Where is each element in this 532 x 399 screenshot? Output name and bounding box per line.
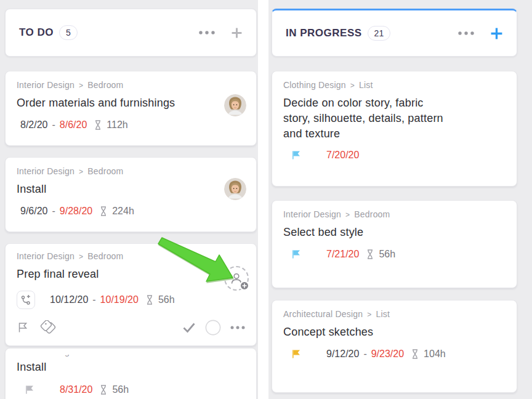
breadcrumb-separator: > <box>79 252 83 261</box>
dependency-icon[interactable] <box>17 291 35 309</box>
breadcrumb-separator: > <box>350 81 355 90</box>
breadcrumb-separator: > <box>79 167 83 176</box>
ellipsis-icon <box>230 326 245 329</box>
task-card[interactable]: Interior Design>Bedroom Order materials … <box>5 71 257 146</box>
task-meta: 7/20/20 <box>283 150 506 161</box>
breadcrumb: Interior Design>Bedroom <box>17 166 245 176</box>
breadcrumb: Clothing Design>List <box>283 80 506 90</box>
effort-label: 56h <box>158 294 175 305</box>
status-circle-button[interactable] <box>205 320 221 336</box>
date-separator: - <box>52 206 55 217</box>
column-title: TO DO <box>19 26 54 39</box>
flag-outline-icon <box>17 321 29 334</box>
breadcrumb-folder: Bedroom <box>87 166 123 176</box>
breadcrumb-separator: > <box>79 81 83 90</box>
column-todo: TO DO 5 Interior Design>Bedroom Order ma… <box>0 0 258 399</box>
kanban-board: TO DO 5 Interior Design>Bedroom Order ma… <box>0 0 532 399</box>
due-date: 9/28/20 <box>60 206 92 217</box>
tag-button[interactable] <box>40 320 57 335</box>
effort-label: 56h <box>112 384 129 395</box>
breadcrumb-clipped: Interior Design>Bedroom <box>17 355 245 358</box>
flag-icon-blue <box>291 150 302 161</box>
ellipsis-icon <box>458 31 474 35</box>
due-date: 7/20/20 <box>326 150 359 161</box>
date-separator: - <box>363 349 366 360</box>
task-count-badge: 21 <box>368 26 391 41</box>
column-menu-button[interactable] <box>458 31 474 35</box>
task-title: Concept sketches <box>283 324 506 340</box>
hourglass-icon <box>409 348 421 360</box>
column-header-todo: TO DO 5 <box>5 9 257 57</box>
task-card[interactable]: Interior Design>Bedroom Prep final revea… <box>5 243 257 346</box>
card-menu-button[interactable] <box>230 326 245 329</box>
task-meta: 10/12/20 - 10/19/20 56h <box>17 291 245 309</box>
hourglass-icon <box>92 119 103 131</box>
breadcrumb: Interior Design>Bedroom <box>17 251 245 261</box>
breadcrumb-separator: > <box>79 355 83 357</box>
breadcrumb-folder: Bedroom <box>87 251 123 261</box>
task-title: Select bed style <box>283 225 506 240</box>
hourglass-icon <box>98 205 109 217</box>
add-assignee-button[interactable] <box>224 266 249 291</box>
effort-label: 112h <box>107 119 127 131</box>
task-count-badge: 5 <box>59 25 78 40</box>
hourglass-icon <box>98 384 109 396</box>
flag-icon-gray <box>24 384 35 395</box>
breadcrumb-project: Clothing Design <box>283 80 346 90</box>
breadcrumb-separator: > <box>345 211 350 219</box>
date-separator: - <box>92 294 95 305</box>
breadcrumb-folder: Bedroom <box>87 355 123 357</box>
hourglass-icon <box>365 248 376 260</box>
effort-label: 224h <box>112 206 134 217</box>
circle-icon <box>205 320 221 336</box>
task-meta: 8/31/20 56h <box>17 384 245 396</box>
column-title: IN PROGRESS <box>286 27 362 39</box>
start-date: 8/2/20 <box>20 119 47 131</box>
task-title: Install <box>17 182 245 197</box>
effort-label: 104h <box>424 349 446 360</box>
breadcrumb-folder: List <box>359 80 373 90</box>
breadcrumb-folder: List <box>376 309 390 319</box>
avatar[interactable] <box>224 178 246 200</box>
task-title: Order materials and furnishings <box>17 95 245 111</box>
due-date: 8/6/20 <box>60 119 87 131</box>
task-title: Prep final reveal <box>17 267 245 282</box>
breadcrumb-folder: Bedroom <box>87 80 123 90</box>
due-date: 7/21/20 <box>326 249 359 260</box>
task-meta: 7/21/20 56h <box>283 248 506 260</box>
task-card[interactable]: Interior Design>Bedroom Select bed style… <box>272 200 517 288</box>
plus-icon <box>231 27 243 39</box>
complete-button[interactable] <box>182 322 196 333</box>
flag-button[interactable] <box>17 321 29 334</box>
plus-badge-icon <box>240 281 249 291</box>
task-card[interactable]: Architectural Design>List Concept sketch… <box>272 300 517 393</box>
column-menu-button[interactable] <box>199 31 215 34</box>
add-task-button[interactable] <box>490 27 503 40</box>
tags-icon <box>40 320 57 335</box>
breadcrumb-project: Interior Design <box>17 80 75 90</box>
task-card[interactable]: Clothing Design>List Decide on color sto… <box>272 71 517 187</box>
flag-icon-yellow <box>291 349 302 360</box>
breadcrumb-project: Interior Design <box>17 166 75 176</box>
breadcrumb-project: Interior Design <box>17 355 75 357</box>
column-inprogress: IN PROGRESS 21 Clothing Design>List Deci… <box>268 0 532 399</box>
hourglass-icon <box>144 294 155 306</box>
add-task-button[interactable] <box>231 27 243 39</box>
breadcrumb-project: Interior Design <box>283 209 341 219</box>
avatar[interactable] <box>224 94 246 116</box>
breadcrumb-project: Interior Design <box>17 251 75 261</box>
task-meta: 8/2/20 - 8/6/20 112h <box>17 119 245 131</box>
breadcrumb: Interior Design>Bedroom <box>283 209 506 219</box>
task-card[interactable]: Interior Design>Bedroom Install 8/31/20 … <box>5 348 257 399</box>
task-meta: 9/6/20 - 9/28/20 224h <box>17 205 245 217</box>
task-title: Install <box>17 360 245 375</box>
start-date: 9/6/20 <box>20 206 47 217</box>
breadcrumb-folder: Bedroom <box>354 209 390 219</box>
due-date: 8/31/20 <box>60 384 92 395</box>
task-card[interactable]: Interior Design>Bedroom Install 9/6/20 -… <box>5 157 257 232</box>
task-title: Decide on color story, fabric story, sil… <box>283 95 506 142</box>
breadcrumb: Architectural Design>List <box>283 309 506 319</box>
breadcrumb-project: Architectural Design <box>283 309 363 319</box>
date-separator: - <box>52 119 55 131</box>
start-date: 9/12/20 <box>326 349 359 360</box>
